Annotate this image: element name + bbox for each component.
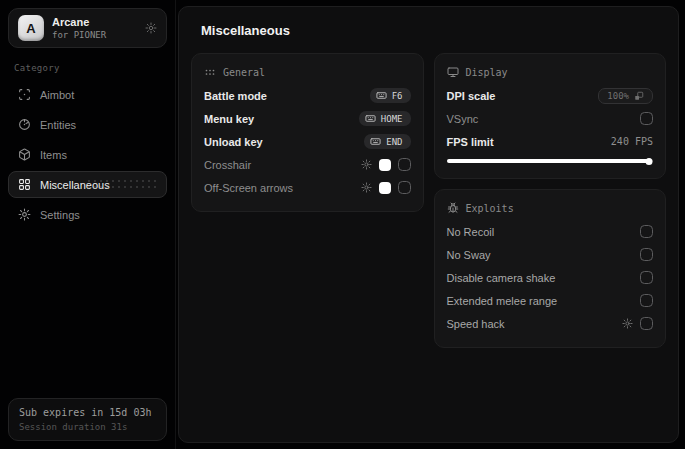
sub-expiry-text: Sub expires in 15d 03h: [19, 407, 156, 418]
dpi-scale-select[interactable]: 100%: [598, 88, 653, 104]
crosshair-checkbox[interactable]: [398, 158, 411, 171]
dpi-scale-label: DPI scale: [447, 90, 496, 102]
speed-hack-row: Speed hack: [447, 312, 654, 335]
sidebar-item-aimbot[interactable]: Aimbot: [8, 81, 167, 108]
fps-limit-row: FPS limit 240 FPS: [447, 130, 654, 153]
keyboard-icon: [365, 113, 376, 124]
scaling-icon: [634, 91, 644, 101]
extended-melee-range-label: Extended melee range: [447, 295, 558, 307]
unload-key-label: Unload key: [204, 136, 263, 148]
unload-key-keybind[interactable]: END: [364, 134, 410, 149]
vsync-row: VSync: [447, 107, 654, 130]
grip-dots-icon: [204, 66, 216, 78]
sidebar-nav: Aimbot Entities Items Miscellaneous Sett…: [8, 81, 167, 228]
unload-key-row: Unload key END: [204, 130, 411, 153]
fps-limit-label: FPS limit: [447, 136, 494, 148]
crosshair-color-swatch[interactable]: [379, 159, 391, 171]
display-panel: Display DPI scale 100% VSync: [434, 53, 667, 179]
no-sway-label: No Sway: [447, 249, 491, 261]
vsync-label: VSync: [447, 113, 479, 125]
category-label: Category: [14, 63, 161, 73]
menu-key-keybind[interactable]: HOME: [359, 111, 411, 126]
dpi-scale-row: DPI scale 100%: [447, 84, 654, 107]
extended-melee-range-row: Extended melee range: [447, 289, 654, 312]
exploits-panel: Exploits No Recoil No Sway Disable camer…: [434, 189, 667, 348]
brand-title: Arcane: [52, 16, 106, 28]
gear-icon: [18, 208, 31, 221]
sidebar-item-miscellaneous[interactable]: Miscellaneous: [8, 171, 167, 198]
sidebar-item-entities[interactable]: Entities: [8, 111, 167, 138]
menu-key-row: Menu key HOME: [204, 107, 411, 130]
disable-camera-shake-label: Disable camera shake: [447, 272, 556, 284]
fps-slider-fill: [447, 159, 649, 163]
sidebar-item-label: Aimbot: [40, 89, 74, 101]
extended-melee-range-checkbox[interactable]: [640, 294, 653, 307]
disable-camera-shake-checkbox[interactable]: [640, 271, 653, 284]
sidebar-item-label: Settings: [40, 209, 80, 221]
speed-hack-settings-gear-icon[interactable]: [622, 318, 633, 329]
offscreen-arrows-checkbox[interactable]: [398, 181, 411, 194]
crosshair-scan-icon: [18, 88, 31, 101]
monitor-icon: [447, 66, 459, 78]
box-icon: [18, 148, 31, 161]
fps-limit-slider[interactable]: [447, 156, 654, 166]
brand-settings-gear-icon[interactable]: [145, 22, 157, 34]
offscreen-arrows-label: Off-Screen arrows: [204, 182, 293, 194]
no-sway-checkbox[interactable]: [640, 248, 653, 261]
sidebar: A Arcane for PIONER Category Aimbot Enti…: [0, 0, 176, 449]
sidebar-item-settings[interactable]: Settings: [8, 201, 167, 228]
brand-subtitle: for PIONER: [52, 30, 106, 40]
sidebar-item-items[interactable]: Items: [8, 141, 167, 168]
fps-limit-value: 240 FPS: [611, 136, 653, 147]
general-header: General: [223, 67, 265, 78]
no-recoil-row: No Recoil: [447, 220, 654, 243]
exploits-header: Exploits: [466, 203, 514, 214]
vsync-checkbox[interactable]: [640, 112, 653, 125]
no-recoil-label: No Recoil: [447, 226, 495, 238]
no-recoil-checkbox[interactable]: [640, 225, 653, 238]
page-title: Miscellaneous: [201, 23, 666, 38]
keyboard-icon: [370, 136, 381, 147]
crosshair-row: Crosshair: [204, 153, 411, 176]
brand-logo: A: [18, 15, 44, 41]
bug-icon: [447, 202, 459, 214]
display-header: Display: [466, 67, 508, 78]
battle-mode-row: Battle mode F6: [204, 84, 411, 107]
offscreen-arrows-color-swatch[interactable]: [379, 182, 391, 194]
sidebar-item-label: Entities: [40, 119, 76, 131]
radar-icon: [18, 118, 31, 131]
general-panel: General Battle mode F6 Menu key: [191, 53, 424, 212]
speed-hack-label: Speed hack: [447, 318, 505, 330]
offscreen-arrows-settings-gear-icon[interactable]: [361, 182, 372, 193]
brand-card: A Arcane for PIONER: [8, 8, 167, 48]
menu-key-label: Menu key: [204, 113, 254, 125]
offscreen-arrows-row: Off-Screen arrows: [204, 176, 411, 199]
grid-icon: [18, 178, 31, 191]
subscription-info-card: Sub expires in 15d 03h Session duration …: [8, 398, 167, 441]
speed-hack-checkbox[interactable]: [640, 317, 653, 330]
keyboard-icon: [376, 90, 387, 101]
session-duration-text: Session duration 31s: [19, 422, 156, 432]
no-sway-row: No Sway: [447, 243, 654, 266]
sidebar-item-label: Miscellaneous: [40, 179, 110, 191]
battle-mode-keybind[interactable]: F6: [370, 88, 411, 103]
disable-camera-shake-row: Disable camera shake: [447, 266, 654, 289]
battle-mode-label: Battle mode: [204, 90, 267, 102]
sidebar-item-label: Items: [40, 149, 67, 161]
fps-slider-knob[interactable]: [645, 158, 652, 165]
main-panel: Miscellaneous General Battle mode F6: [178, 6, 679, 443]
crosshair-label: Crosshair: [204, 159, 251, 171]
crosshair-settings-gear-icon[interactable]: [361, 159, 372, 170]
